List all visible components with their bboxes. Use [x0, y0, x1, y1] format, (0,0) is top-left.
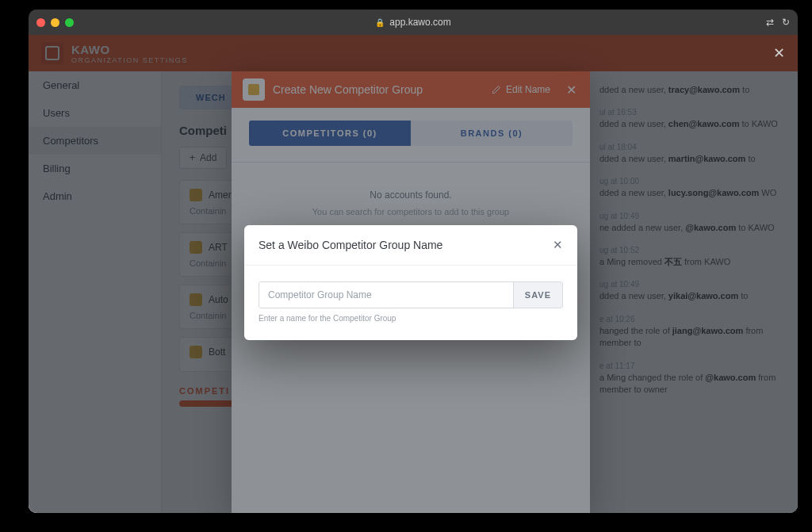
browser-toolbar: 🔒 app.kawo.com ⇄ ↻ — [29, 10, 798, 35]
close-window-button[interactable] — [36, 18, 45, 27]
window-controls — [36, 18, 74, 27]
url-text: app.kawo.com — [389, 17, 450, 28]
group-name-input[interactable] — [259, 282, 513, 308]
close-dialog-button[interactable]: ✕ — [553, 238, 563, 252]
save-button[interactable]: SAVE — [513, 282, 562, 308]
translate-icon[interactable]: ⇄ — [766, 17, 774, 28]
close-panel-button[interactable]: ✕ — [773, 44, 785, 62]
maximize-window-button[interactable] — [65, 18, 74, 27]
minimize-window-button[interactable] — [51, 18, 59, 27]
address-bar[interactable]: 🔒 app.kawo.com — [375, 17, 450, 28]
dialog-title: Set a Weibo Competitor Group Name — [259, 239, 442, 251]
reload-icon[interactable]: ↻ — [782, 17, 790, 28]
lock-icon: 🔒 — [375, 18, 385, 27]
input-hint: Enter a name for the Competitor Group — [259, 314, 563, 323]
name-group-dialog: Set a Weibo Competitor Group Name ✕ SAVE… — [244, 225, 577, 340]
